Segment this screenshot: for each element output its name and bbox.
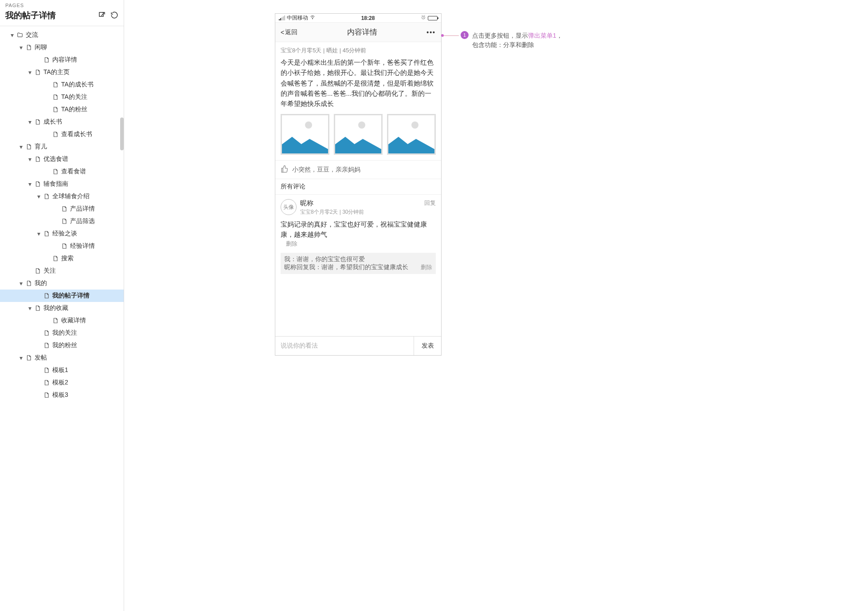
delete-button[interactable]: 删除 [286,239,297,248]
refresh-icon[interactable] [110,11,118,20]
page-icon [43,231,51,237]
tree-item-label: TA的主页 [43,68,70,76]
comment: 头像 昵称 宝宝8个月零2天 | 30分钟前 回复 宝妈记录的真好，宝宝也好可爱… [275,195,441,250]
likes-row: 小突然，豆豆，亲亲妈妈 [275,161,441,179]
tree-item[interactable]: 我的帖子详情 [0,290,124,302]
tree-item[interactable]: 收藏详情 [0,314,124,327]
reply-button[interactable]: 回复 [424,199,436,207]
page-icon [34,181,42,187]
image-placeholder[interactable] [334,114,383,155]
tree-item[interactable]: 搜索 [0,252,124,265]
tree-item-label: 我的 [35,279,47,287]
thumbs-up-icon[interactable] [281,165,289,174]
image-placeholder[interactable] [281,114,329,155]
status-time: 18:28 [361,15,375,21]
send-button[interactable]: 发表 [414,337,441,355]
export-icon[interactable] [98,11,106,20]
tree-item[interactable]: ▾闲聊 [0,41,124,54]
image-placeholder[interactable] [387,114,436,155]
tree-item[interactable]: 经验详情 [0,240,124,252]
page-icon [43,380,51,386]
tree-item-label: 发帖 [35,354,47,362]
tree-item[interactable]: 关注 [0,265,124,277]
tree-item[interactable]: 我的关注 [0,327,124,339]
pages-tree[interactable]: ▾交流▾闲聊内容详情▾TA的主页TA的成长书TA的关注TA的粉丝▾成长书查看成长… [0,26,124,611]
tree-item[interactable]: 模板2 [0,376,124,389]
status-bar: 中国移动 18:28 [275,14,441,23]
phone-mockup: 中国移动 18:28 < 返回 内容详情 ••• 宝宝8个月零5天 | 晒娃 [275,13,442,356]
tree-item[interactable]: TA的粉丝 [0,103,124,116]
tree-item[interactable]: ▾TA的主页 [0,66,124,78]
page-icon [51,106,59,113]
page-icon [43,293,51,299]
more-button[interactable]: ••• [426,29,436,36]
page-icon [43,193,51,200]
page-icon [25,144,33,150]
annotation-link[interactable]: 弹出菜单1 [528,32,556,39]
tree-item-label: 经验详情 [70,242,95,250]
tree-item-label: 搜索 [61,255,74,262]
page-icon [43,392,51,398]
battery-icon [428,16,438,20]
chevron-down-icon: ▾ [27,180,33,188]
tree-item[interactable]: ▾全球辅食介绍 [0,190,124,203]
page-icon [43,57,51,63]
page-icon [34,156,42,162]
page-icon [43,367,51,373]
comment-author[interactable]: 昵称 [300,199,364,208]
avatar-placeholder[interactable]: 头像 [281,199,297,215]
tree-item-label: 交流 [26,31,38,39]
tree-item[interactable]: ▾我的 [0,277,124,290]
page-icon [51,255,59,262]
tree-item-label: 我的收藏 [43,304,68,312]
tree-item[interactable]: 内容详情 [0,54,124,66]
tree-item[interactable]: ▾成长书 [0,116,124,128]
tree-item[interactable]: 产品筛选 [0,215,124,227]
page-icon [43,342,51,349]
tree-item[interactable]: TA的关注 [0,91,124,103]
back-button[interactable]: < 返回 [281,28,297,36]
page-icon [60,243,68,249]
tree-item[interactable]: ▾我的收藏 [0,302,124,314]
tree-item-label: 内容详情 [52,56,77,64]
tree-item[interactable]: 查看成长书 [0,128,124,141]
page-icon [60,218,68,224]
tree-item-label: 育儿 [35,143,47,151]
reply-line: 我：谢谢，你的宝宝也很可爱 [284,255,432,263]
page-icon [25,44,33,51]
delete-button[interactable]: 删除 [421,263,432,271]
page-icon [43,330,51,336]
tree-item[interactable]: ▾交流 [0,29,124,41]
page-title: 我的帖子详情 [5,10,56,21]
comment-input[interactable]: 说说你的看法 [275,337,414,355]
tree-item[interactable]: 产品详情 [0,203,124,215]
tree-item-label: TA的成长书 [61,81,94,89]
chevron-down-icon: ▾ [18,143,24,150]
tree-item-label: 辅食指南 [43,180,68,188]
reply-thread: 我：谢谢，你的宝宝也很可爱 昵称回复我：谢谢，希望我们的宝宝健康成长 删除 [281,253,436,274]
alarm-icon [421,15,426,21]
page-icon [51,317,59,324]
tree-item[interactable]: ▾经验之谈 [0,227,124,240]
tree-item[interactable]: ▾优选食谱 [0,153,124,165]
tree-item[interactable]: 我的粉丝 [0,339,124,352]
post-meta: 宝宝8个月零5天 | 晒娃 | 45分钟前 [281,47,436,55]
tree-item[interactable]: ▾育儿 [0,141,124,153]
likes-text: 小突然，豆豆，亲亲妈妈 [292,166,360,174]
tree-item-label: 产品详情 [70,205,95,213]
chevron-down-icon: ▾ [27,156,33,163]
tree-item[interactable]: 模板3 [0,389,124,401]
tree-item-label: 成长书 [43,118,62,126]
tree-item[interactable]: 查看食谱 [0,165,124,178]
tree-item[interactable]: ▾发帖 [0,352,124,364]
scrollbar-thumb[interactable] [120,118,124,150]
tree-item[interactable]: 模板1 [0,364,124,376]
canvas: 中国移动 18:28 < 返回 内容详情 ••• 宝宝8个月零5天 | 晒娃 [124,0,868,611]
chevron-down-icon: ▾ [18,280,24,287]
tree-item[interactable]: TA的成长书 [0,78,124,91]
tree-item[interactable]: ▾辅食指南 [0,178,124,190]
page-icon [34,305,42,311]
page-icon [25,355,33,361]
carrier-label: 中国移动 [287,14,308,22]
tree-item-label: 模板1 [52,366,68,374]
